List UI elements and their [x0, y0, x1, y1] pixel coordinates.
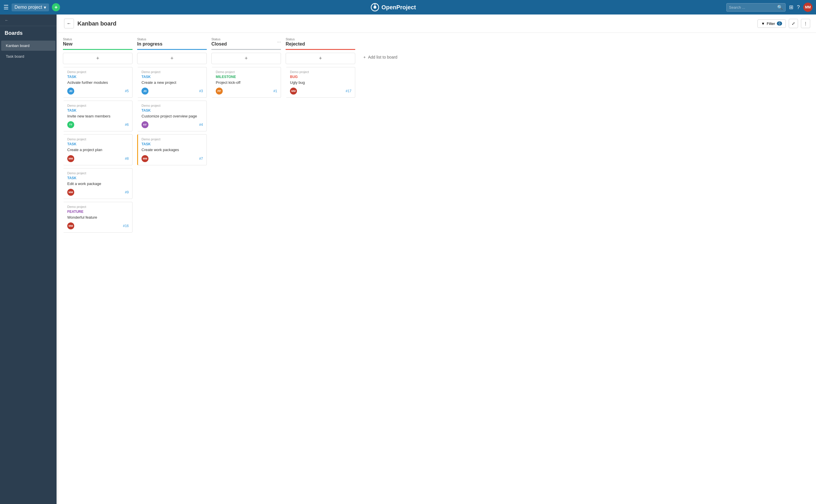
- sidebar-item-task-board[interactable]: Task board: [1, 51, 55, 61]
- card-footer: MM #16: [67, 222, 129, 229]
- card-avatar: MM: [67, 189, 74, 196]
- column-header-info: Status In progress: [137, 37, 162, 47]
- card-id: #3: [199, 89, 203, 93]
- card-footer: JD #3: [142, 88, 203, 95]
- card-7[interactable]: Demo project TASK Create work packages M…: [137, 134, 207, 165]
- card-avatar: KF: [142, 121, 148, 128]
- card-type: TASK: [67, 75, 129, 79]
- column-header-new: Status New: [63, 37, 133, 50]
- card-project: Demo project: [290, 70, 351, 74]
- card-4[interactable]: Demo project TASK Customize project over…: [137, 101, 207, 131]
- column-header-row: Status In progress: [137, 37, 207, 47]
- sidebar: ← Boards Kanban board Task board: [0, 14, 57, 504]
- card-5[interactable]: Demo project TASK Activate further modul…: [63, 67, 133, 98]
- card-avatar: PP: [216, 88, 223, 95]
- add-button[interactable]: +: [52, 3, 60, 11]
- add-card-button-inprogress[interactable]: +: [137, 53, 207, 64]
- card-project: Demo project: [142, 104, 203, 107]
- svg-point-1: [373, 6, 376, 9]
- navbar-center: OpenProject: [63, 3, 723, 12]
- apps-grid-icon[interactable]: ⊞: [789, 4, 793, 10]
- navbar: ☰ Demo project ▾ + OpenProject 🔍 ⊞ ? MM: [0, 0, 816, 14]
- card-3[interactable]: Demo project TASK Create a new project J…: [137, 67, 207, 98]
- sidebar-back-button[interactable]: ←: [0, 14, 57, 26]
- column-status-label-inprogress: Status: [137, 37, 162, 41]
- column-more-icon[interactable]: ···: [277, 39, 281, 45]
- hamburger-icon[interactable]: ☰: [3, 4, 9, 11]
- column-inprogress: Status In progress + Demo project TASK C…: [137, 37, 207, 165]
- card-id: #17: [346, 89, 351, 93]
- column-header-rejected: Status Rejected: [286, 37, 355, 50]
- main-layout: ← Boards Kanban board Task board ← Kanba…: [0, 14, 816, 504]
- logo-text: OpenProject: [382, 4, 416, 11]
- filter-count-badge: 0: [777, 21, 782, 26]
- column-status-label-closed: Status: [211, 37, 227, 41]
- fullscreen-button[interactable]: ⤢: [789, 19, 798, 28]
- card-17[interactable]: Demo project BUG Ugly bug MM #17: [286, 67, 355, 98]
- user-avatar[interactable]: MM: [803, 3, 813, 12]
- card-type: BUG: [290, 75, 351, 79]
- card-id: #7: [199, 157, 203, 161]
- card-project: Demo project: [142, 137, 203, 141]
- card-id: #9: [125, 190, 129, 194]
- card-9[interactable]: Demo project TASK Edit a work package MM…: [63, 168, 133, 199]
- card-title: Wonderful feature: [67, 215, 129, 220]
- card-16[interactable]: Demo project FEATURE Wonderful feature M…: [63, 202, 133, 233]
- card-project: Demo project: [67, 70, 129, 74]
- card-id: #16: [123, 224, 129, 228]
- column-header-row: Status Rejected: [286, 37, 355, 47]
- card-project: Demo project: [142, 70, 203, 74]
- back-button[interactable]: ←: [64, 19, 74, 28]
- card-type: FEATURE: [67, 210, 129, 214]
- search-input[interactable]: [729, 5, 775, 10]
- more-icon: ⋮: [804, 21, 808, 26]
- column-status-label-new: Status: [63, 37, 72, 41]
- add-card-button-rejected[interactable]: +: [286, 53, 355, 64]
- add-list-to-board-button[interactable]: + Add list to board: [360, 37, 401, 62]
- card-title: Create work packages: [142, 147, 203, 153]
- card-footer: MM #17: [290, 88, 351, 95]
- card-avatar: JD: [67, 88, 74, 95]
- column-header-row: Status Closed ···: [211, 37, 281, 47]
- fullscreen-icon: ⤢: [792, 21, 795, 26]
- card-title: Create a project plan: [67, 147, 129, 153]
- column-status-name-closed: Closed: [211, 41, 227, 47]
- card-id: #6: [125, 123, 129, 127]
- card-project: Demo project: [67, 205, 129, 209]
- filter-button[interactable]: ▼ Filter 0: [757, 19, 786, 28]
- card-title: Ugly bug: [290, 80, 351, 85]
- card-footer: JD #5: [67, 88, 129, 95]
- card-type: TASK: [142, 142, 203, 146]
- card-id: #1: [273, 89, 277, 93]
- sidebar-item-kanban-board[interactable]: Kanban board: [1, 41, 55, 51]
- project-selector[interactable]: Demo project ▾: [12, 3, 49, 11]
- card-type: TASK: [67, 176, 129, 180]
- card-8[interactable]: Demo project TASK Create a project plan …: [63, 134, 133, 165]
- card-footer: PP #1: [216, 88, 277, 95]
- add-card-button-closed[interactable]: +: [211, 53, 281, 64]
- column-header-closed: Status Closed ···: [211, 37, 281, 50]
- content-area: ← Kanban board ▼ Filter 0 ⤢ ⋮: [58, 14, 816, 504]
- column-header-row: Status New: [63, 37, 133, 47]
- card-footer: MM #7: [142, 155, 203, 162]
- card-6[interactable]: Demo project TASK Invite new team member…: [63, 101, 133, 131]
- card-type: TASK: [142, 75, 203, 79]
- board-area: Status New + Demo project TASK Activate …: [58, 33, 816, 504]
- add-list-icon: +: [363, 55, 366, 59]
- card-avatar: MM: [290, 88, 297, 95]
- add-card-button-new[interactable]: +: [63, 53, 133, 64]
- column-status-label-rejected: Status: [286, 37, 305, 41]
- card-footer: MM #9: [67, 189, 129, 196]
- card-title: Edit a work package: [67, 181, 129, 186]
- column-status-name-rejected: Rejected: [286, 41, 305, 47]
- search-box[interactable]: 🔍: [726, 3, 786, 12]
- app-logo: OpenProject: [371, 3, 416, 12]
- card-id: #4: [199, 123, 203, 127]
- more-options-button[interactable]: ⋮: [801, 19, 810, 28]
- back-icon: ←: [67, 21, 71, 26]
- card-title: Customize project overview page: [142, 114, 203, 119]
- card-1[interactable]: Demo project MILESTONE Project kick-off …: [211, 67, 281, 98]
- chevron-down-icon: ▾: [44, 5, 46, 10]
- card-project: Demo project: [216, 70, 277, 74]
- help-icon[interactable]: ?: [797, 4, 800, 10]
